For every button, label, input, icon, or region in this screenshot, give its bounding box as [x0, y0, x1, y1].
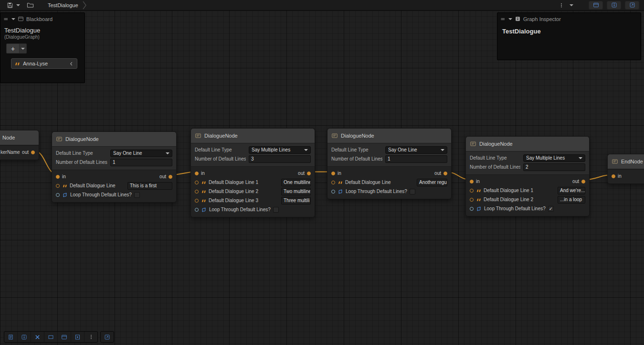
prop-row: Default Line Type Say Multiple Lines	[195, 146, 311, 154]
output-port[interactable]	[31, 151, 35, 154]
chevron-down-icon[interactable]	[11, 18, 15, 20]
open-folder-button[interactable]	[25, 1, 35, 10]
save-dropdown[interactable]	[15, 1, 21, 10]
line-type-label: Default Line Type	[470, 155, 520, 161]
loop-checkbox[interactable]	[134, 192, 140, 198]
line-type-dropdown[interactable]: Say One Line	[110, 150, 172, 157]
blackboard-header[interactable]: Blackboard	[0, 13, 84, 24]
num-lines-field[interactable]: 3	[249, 155, 311, 163]
add-property-button[interactable]: +	[6, 43, 20, 54]
line-type-dropdown[interactable]: Say Multiple Lines	[249, 146, 311, 154]
script-button[interactable]	[71, 332, 84, 342]
output-port[interactable]	[443, 172, 447, 175]
line-port[interactable]	[195, 181, 199, 184]
save-button[interactable]	[5, 1, 15, 10]
document-button[interactable]	[4, 332, 18, 342]
loop-label: Loop Through Default Lines?	[346, 189, 407, 194]
node-title-bar[interactable]: Node	[0, 130, 39, 145]
dialogue-node-4[interactable]: DialogueNode Default Line Type Say Multi…	[465, 136, 590, 216]
input-port[interactable]	[470, 180, 474, 183]
end-node-icon	[612, 158, 618, 165]
more-button[interactable]	[84, 332, 97, 342]
line-type-dropdown[interactable]: Say Multiple Lines	[523, 154, 585, 162]
loop-label: Loop Through Default Lines?	[70, 192, 132, 197]
top-toolbar: TestDialogue	[0, 0, 644, 11]
loop-port[interactable]	[331, 190, 335, 194]
dialogue-line-field[interactable]: And we're...	[558, 187, 585, 194]
info-icon	[515, 16, 521, 22]
tab-testdialogue[interactable]: TestDialogue	[48, 0, 87, 11]
more-dropdown[interactable]	[569, 1, 574, 10]
dialogue-line-field[interactable]: Another regu	[417, 179, 447, 186]
graph-inspector-header[interactable]: Graph Inspector	[497, 13, 641, 24]
blackboard-property[interactable]: Anna-Lyse	[11, 58, 77, 69]
chevron-down-icon[interactable]	[508, 18, 512, 20]
blackboard-button[interactable]	[58, 332, 71, 342]
output-port[interactable]	[581, 180, 585, 183]
line-port[interactable]	[56, 184, 60, 188]
dialogue-line-field[interactable]: This is a first	[127, 182, 172, 190]
dialogue-node-1[interactable]: DialogueNode Default Line Type Say One L…	[52, 131, 177, 203]
node-title-bar[interactable]: DialogueNode	[52, 132, 176, 147]
frame-button[interactable]	[44, 332, 58, 342]
speaker-node-partial[interactable]: Node kerName out	[0, 130, 39, 160]
drag-handle-icon[interactable]	[3, 16, 9, 22]
num-lines-field[interactable]: 1	[385, 155, 447, 163]
loop-row: Loop Through Default Lines?	[52, 190, 176, 199]
prop-row: Default Line Type Say Multiple Lines	[470, 154, 585, 162]
minimap-toggle-button[interactable]	[625, 1, 639, 10]
output-port[interactable]	[169, 175, 172, 179]
tools-button[interactable]	[31, 332, 44, 342]
num-lines-field[interactable]: 2	[523, 163, 585, 171]
node-title-bar[interactable]: EndNode	[608, 154, 644, 169]
line-port[interactable]	[195, 190, 199, 194]
line-port[interactable]	[470, 189, 474, 193]
node-title-bar[interactable]: DialogueNode	[327, 129, 451, 143]
node-title-bar[interactable]: DialogueNode	[191, 129, 315, 143]
line-port[interactable]	[470, 198, 474, 202]
num-lines-field[interactable]: 1	[110, 159, 172, 166]
line-port[interactable]	[195, 199, 199, 203]
input-port[interactable]	[195, 172, 199, 175]
line-type-value: Say One Line	[388, 147, 417, 152]
blackboard-toggle-button[interactable]	[589, 1, 603, 10]
top-toolbar-right	[558, 1, 639, 10]
output-port-row: out	[18, 148, 39, 157]
loop-checkbox[interactable]	[273, 207, 279, 213]
add-property-dropdown[interactable]	[20, 43, 27, 54]
chevron-left-icon[interactable]	[69, 61, 74, 66]
loop-checkbox[interactable]: ✓	[548, 206, 554, 212]
inspector-toggle-button[interactable]	[607, 1, 621, 10]
bottom-toolbar-group	[4, 331, 98, 343]
blackboard-panel[interactable]: Blackboard TestDialogue (DialogueGraph) …	[0, 12, 85, 83]
dialogue-line-field[interactable]: ...in a loop	[558, 196, 585, 204]
chevron-down-icon	[16, 4, 20, 6]
dialogue-node-3[interactable]: DialogueNode Default Line Type Say One L…	[327, 128, 452, 199]
output-port[interactable]	[307, 172, 311, 175]
output-port-row: out	[294, 169, 315, 178]
input-port[interactable]	[56, 175, 60, 179]
node-title: DialogueNode	[341, 133, 374, 139]
node-title-bar[interactable]: DialogueNode	[466, 137, 589, 151]
loop-port[interactable]	[56, 193, 60, 197]
loop-checkbox[interactable]	[410, 189, 415, 194]
dialogue-node-2[interactable]: DialogueNode Default Line Type Say Multi…	[190, 128, 315, 217]
out-label: out	[572, 179, 579, 184]
loop-port[interactable]	[470, 207, 474, 211]
info-button[interactable]	[18, 332, 31, 342]
line-type-dropdown[interactable]: Say One Line	[385, 146, 447, 154]
dialogue-line-field[interactable]: Three multili	[281, 197, 311, 205]
end-node[interactable]: EndNode in	[607, 154, 644, 184]
corner-arrow-button[interactable]	[101, 332, 114, 342]
more-button[interactable]	[558, 1, 565, 10]
dialogue-line-field[interactable]: One multiline	[281, 179, 311, 186]
drag-handle-icon[interactable]	[500, 16, 506, 22]
inspector-graph-name: TestDialogue	[497, 24, 641, 39]
loop-port[interactable]	[195, 208, 199, 212]
dialogue-line-field[interactable]: Two multiline	[281, 188, 311, 195]
graph-inspector-panel[interactable]: Graph Inspector TestDialogue	[497, 12, 641, 60]
input-port[interactable]	[612, 174, 615, 178]
loop-row: Loop Through Default Lines?	[191, 205, 315, 214]
line-port[interactable]	[331, 181, 335, 184]
input-port[interactable]	[331, 172, 335, 175]
